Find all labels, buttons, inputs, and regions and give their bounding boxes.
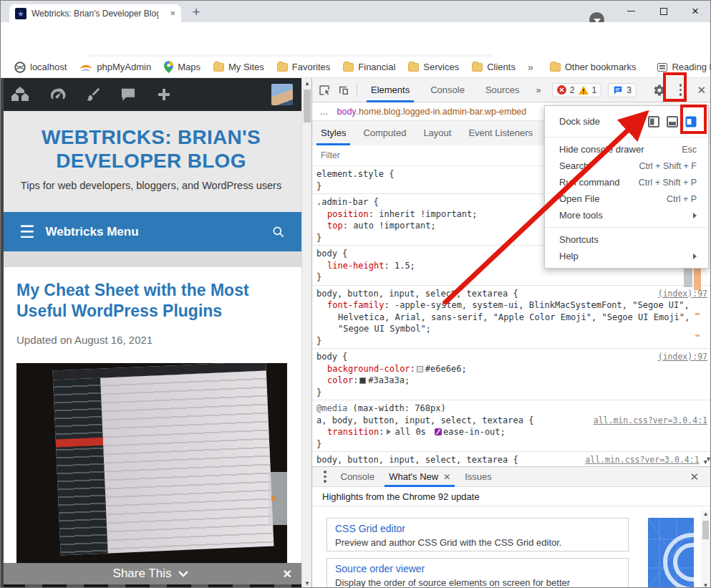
page-scrollbar[interactable]: ▲ ▼ (301, 78, 311, 588)
window-minimize-button[interactable] (616, 1, 645, 21)
tab-sources[interactable]: Sources (478, 78, 527, 102)
issues-badge[interactable]: 3 (608, 83, 637, 97)
tab-close-icon[interactable]: × (170, 9, 175, 18)
hamburger-icon[interactable]: ☰ (19, 222, 35, 242)
subtab-layout[interactable]: Layout (415, 121, 460, 145)
bookmark-phpmyadmin[interactable]: phpMyAdmin (73, 62, 158, 72)
drawer-close-icon[interactable]: ✕ (690, 471, 699, 483)
new-content-plus-icon[interactable] (155, 86, 173, 103)
source-dropdown-icon[interactable]: ▼ (705, 456, 711, 463)
styles-filter-input[interactable] (312, 145, 527, 165)
drawer-tab-issues[interactable]: Issues (458, 467, 499, 487)
menu-separator (545, 227, 708, 228)
source-link[interactable]: (index):97 (658, 351, 707, 363)
bookmark-financial[interactable]: Financial (337, 62, 402, 72)
tab-console[interactable]: Console (423, 78, 472, 102)
errors-warnings-badge[interactable]: 2 1 (552, 83, 601, 97)
bookmarks-overflow-chevron[interactable]: » (522, 62, 539, 73)
browser-toolbar: ← → ↻ brianshim.com/webtricks/ ☆ 1 W (1, 22, 710, 57)
breadcrumb-ellipsis[interactable]: … (319, 107, 329, 117)
menu-item-search[interactable]: SearchCtrl + Shift + F (545, 158, 708, 174)
chevron-down-icon[interactable] (178, 570, 189, 577)
styles-scrollbar-thumb[interactable] (684, 269, 692, 287)
customize-brush-icon[interactable] (85, 87, 101, 102)
divider (357, 83, 357, 97)
dashboard-gauge-icon[interactable] (49, 87, 66, 102)
inspect-element-icon[interactable] (318, 84, 331, 97)
scroll-up-icon[interactable]: ▲ (701, 511, 710, 517)
submenu-arrow-icon (693, 254, 697, 259)
bookmark-clients[interactable]: Clients (465, 62, 522, 72)
scrollbar-thumb[interactable] (304, 90, 311, 122)
tab-close-icon[interactable]: ✕ (443, 467, 450, 487)
devtools-close-icon[interactable]: ✕ (697, 84, 706, 97)
article-title[interactable]: My Cheat Sheet with the Most Useful Word… (16, 280, 283, 322)
whats-new-card[interactable]: CSS Grid editor Preview and author CSS G… (327, 518, 629, 551)
drawer-tab-whats-new[interactable]: What's New✕ (382, 467, 458, 487)
css-rule[interactable]: @media (max-width: 768px) all.min.css?ve… (312, 400, 711, 452)
other-bookmarks[interactable]: Other bookmarks (543, 62, 643, 72)
drawer-tab-console[interactable]: Console (334, 467, 382, 487)
expand-arrow-icon[interactable] (387, 429, 391, 435)
device-toolbar-icon[interactable] (337, 84, 350, 97)
subtab-styles[interactable]: Styles (312, 121, 354, 145)
gear-icon[interactable] (653, 84, 666, 97)
devtools-menu-dots-icon[interactable] (679, 84, 682, 96)
bookmark-maps[interactable]: Maps (158, 61, 207, 73)
dock-left-icon[interactable] (648, 116, 659, 127)
comments-icon[interactable] (120, 87, 136, 102)
source-link[interactable]: all.min.css?ver=3.0.4:1 (585, 454, 699, 466)
color-swatch[interactable] (417, 366, 423, 372)
color-swatch[interactable] (359, 377, 366, 384)
phpmyadmin-icon (79, 62, 92, 72)
subtab-computed[interactable]: Computed (354, 121, 415, 145)
css-rule[interactable]: ▼all.min.css?ver=3.0.4:1body, button, in… (312, 452, 711, 466)
site-search-icon[interactable] (271, 225, 286, 239)
dock-right-icon[interactable] (685, 116, 697, 127)
bookmark-favorites[interactable]: Favorites (271, 62, 337, 72)
menu-item-hide-console-drawer[interactable]: Hide console drawerEsc (545, 141, 708, 158)
wp-user-avatar[interactable] (271, 84, 293, 105)
menu-item-shortcuts[interactable]: Shortcuts (545, 231, 708, 248)
source-link[interactable]: all.min.css?ver=3.0.4:1 (594, 415, 707, 427)
undock-icon[interactable] (629, 116, 641, 127)
dock-bottom-icon[interactable] (667, 116, 678, 127)
menu-item-open-file[interactable]: Open FileCtrl + P (545, 191, 708, 207)
blog-tagline: Tips for web developers, bloggers, and W… (1, 180, 301, 191)
subtab-event-listeners[interactable]: Event Listeners (460, 121, 541, 145)
outer-scrollbar-thumb[interactable] (694, 267, 701, 290)
share-bar[interactable]: Share This ✕ (1, 563, 301, 584)
window-maximize-button[interactable] (649, 1, 678, 21)
menu-item-more-tools[interactable]: More tools (545, 207, 708, 223)
folder-icon (277, 63, 288, 72)
site-menu-bar[interactable]: ☰ Webtricks Menu (1, 212, 301, 251)
blog-title: WEBTRICKS: BRIAN'S DEVELOPER BLOG (33, 125, 269, 173)
more-tabs-chevron[interactable]: » (533, 85, 544, 95)
drawer-menu-dots-icon[interactable] (324, 471, 327, 483)
css-rule[interactable]: (index):97body { background-color:#e6e6e… (312, 349, 711, 400)
css-rule[interactable]: (index):97body, button, input, select, t… (312, 286, 711, 350)
reading-list-button[interactable]: Reading list (651, 62, 711, 72)
bookmark-services[interactable]: Services (402, 62, 465, 72)
card-title-link[interactable]: Source order viewer (335, 563, 620, 574)
bookmark-localhost[interactable]: localhost (8, 62, 73, 73)
browser-tab[interactable]: ★ Webtricks: Brian's Developer Blog × (9, 4, 181, 22)
scroll-down-icon[interactable]: ▼ (701, 582, 710, 588)
whats-new-card[interactable]: Source order viewer Display the order of… (327, 558, 629, 588)
new-tab-button[interactable]: + (187, 4, 205, 21)
bookmark-my-sites[interactable]: My Sites (207, 62, 271, 72)
tab-elements[interactable]: Elements (364, 78, 417, 102)
bezier-icon[interactable] (435, 428, 442, 435)
drawer-scrollbar[interactable]: ▲ ▼ (701, 511, 710, 588)
window-close-button[interactable]: × (681, 1, 710, 21)
card-title-link[interactable]: CSS Grid editor (335, 523, 620, 534)
share-close-icon[interactable]: ✕ (283, 567, 292, 581)
wp-logo-icon[interactable] (11, 86, 29, 103)
chrome-update-graphic (648, 518, 694, 588)
scroll-up-icon[interactable]: ▲ (302, 80, 312, 87)
folder-icon (343, 63, 354, 72)
scroll-down-icon[interactable]: ▼ (302, 580, 312, 587)
menu-item-run-command[interactable]: Run commandCtrl + Shift + P (545, 174, 708, 191)
menu-item-help[interactable]: Help (545, 248, 708, 264)
scrollbar-thumb[interactable] (702, 521, 709, 539)
